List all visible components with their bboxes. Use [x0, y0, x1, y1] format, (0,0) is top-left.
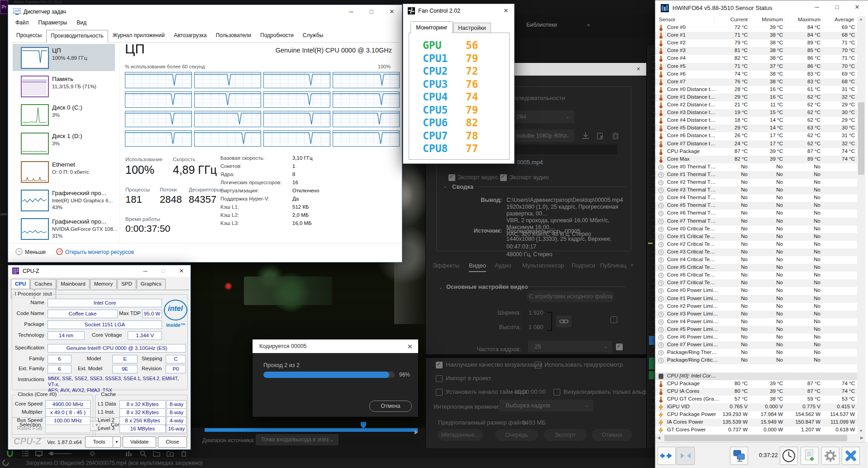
- sensor-row[interactable]: Core #0 Power Limi…NoNoNo: [655, 287, 857, 295]
- col-maximum[interactable]: Maximum: [798, 17, 820, 22]
- cz-tab-mainboard[interactable]: Mainboard: [57, 279, 89, 289]
- sidebar-item-mem[interactable]: Память11,3/15,9 ГБ (71%): [13, 72, 115, 100]
- menu-3[interactable]: Вид: [76, 19, 86, 26]
- col-sensor[interactable]: Sensor: [659, 17, 675, 22]
- open-resource-monitor-link[interactable]: Открыть монитор ресурсов: [65, 249, 134, 255]
- sensor-row[interactable]: Core #5 Critical Te…NoNoNo: [655, 264, 857, 272]
- sensor-row[interactable]: Core #1 Power Limi…NoNoNo: [655, 295, 857, 303]
- tab-4[interactable]: Автозагрузка: [169, 29, 211, 41]
- tab-1[interactable]: Процессы: [12, 29, 46, 41]
- close-icon[interactable]: ✕: [847, 0, 867, 14]
- sensor-row[interactable]: Core #5 Thermal T…NoNoNo: [655, 202, 857, 210]
- sidebar-item-cpu[interactable]: ЦП100% 4,89 ГГц: [13, 44, 115, 71]
- monitor-icon[interactable]: [35, 450, 43, 459]
- width-value[interactable]: 1 920: [529, 309, 544, 316]
- export-tab-6[interactable]: Публикац: [600, 262, 626, 269]
- sensor-row[interactable]: Core #0 Critical Te…NoNoNo: [655, 225, 857, 233]
- collapse-circle-icon[interactable]: [15, 248, 23, 255]
- sidebar-item-disk0[interactable]: Диск 0 (C:)3%: [13, 101, 115, 128]
- sidebar-item-eth[interactable]: EthernetО: 0 П: 0 кбит/с: [13, 158, 115, 185]
- tab-7[interactable]: Службы: [298, 29, 328, 41]
- sensor-row[interactable]: Core #7 Thermal T…NoNoNo: [655, 218, 857, 225]
- sensor-row[interactable]: Core #3 Distance t…19 °C15 °C62 °C30 °C: [655, 109, 857, 117]
- video-settings-chevron-icon[interactable]: ⌄: [439, 284, 443, 290]
- export-tab-1[interactable]: Эффекты: [433, 262, 459, 269]
- diamond-marker-icon[interactable]: [89, 450, 96, 459]
- sensor-row[interactable]: iGPU VID0.765 V0.000 V0.775 V0.415 V: [655, 403, 857, 411]
- export-dialog-button-1[interactable]: Метаданные…: [438, 429, 483, 441]
- export-tab-4[interactable]: Мультиплексор: [522, 262, 564, 269]
- sensor-blank-row[interactable]: [655, 364, 857, 372]
- summary-chevron-icon[interactable]: ⌄: [443, 183, 447, 189]
- col-minimum[interactable]: Minimum: [762, 17, 783, 22]
- tools-button[interactable]: Tools: [85, 436, 113, 448]
- close-icon[interactable]: ✕: [172, 265, 191, 277]
- export-close-icon[interactable]: ×: [636, 65, 640, 72]
- timeline-end-handle[interactable]: [415, 430, 418, 435]
- sensor-row[interactable]: Core #1 Distance t…29 °C16 °C62 °C32 °C: [655, 94, 857, 101]
- tab-6[interactable]: Подробности: [256, 29, 298, 41]
- settings-gear-button[interactable]: [821, 447, 839, 465]
- cancel-button[interactable]: Отмена: [369, 401, 412, 412]
- sensor-row[interactable]: Core #4 Power Limi…NoNoNo: [655, 318, 857, 326]
- tm-titlebar[interactable]: Диспетчер задач ─ □ ✕: [8, 5, 402, 19]
- sensor-row[interactable]: Core #6 Thermal T…NoNoNo: [655, 210, 857, 217]
- horizontal-scrollbar[interactable]: ◀ ▶: [655, 434, 865, 442]
- swap-columns-button[interactable]: [658, 447, 676, 465]
- sensor-row[interactable]: Core Max82 °C39 °C89 °C74 °C: [655, 156, 857, 163]
- maximize-icon[interactable]: □: [154, 265, 172, 277]
- export-audio-checkbox[interactable]: [500, 174, 507, 181]
- sensor-row[interactable]: Package/Ring Critic…NoNoNo: [655, 357, 857, 364]
- cz-tab-graphics[interactable]: Graphics: [137, 279, 166, 289]
- cz-tab-cpu[interactable]: CPU: [11, 279, 30, 289]
- hwinfo-titlebar[interactable]: HWiNFO64 v5.88-3510 Sensor Status ─ □ ✕: [655, 0, 868, 16]
- fc-tab-monitoring[interactable]: Мониторинг: [410, 21, 453, 33]
- trash-icon[interactable]: [180, 450, 187, 459]
- cz-tab-memory[interactable]: Memory: [90, 279, 117, 289]
- col-average[interactable]: Average: [835, 17, 854, 22]
- zoom-slider-icon[interactable]: [47, 450, 72, 459]
- maximize-icon[interactable]: □: [362, 5, 382, 19]
- sensor-row[interactable]: Core #1 Thermal T…NoNoNo: [655, 171, 857, 179]
- sensor-row[interactable]: GT Cores Power0.737 W0.000 W1.207 W0.618…: [655, 426, 857, 434]
- less-details-button[interactable]: Меньше: [25, 249, 46, 255]
- export-tabs-overflow-icon[interactable]: »: [630, 261, 634, 268]
- export-dialog-button-3[interactable]: Экспорт: [544, 429, 587, 441]
- sensor-row[interactable]: Core #4 Critical Te…NoNoNo: [655, 256, 857, 264]
- tools-dropdown-arrow[interactable]: ▼: [113, 436, 121, 448]
- sensor-row[interactable]: CPU Package Power139.293 W17.984 W154.56…: [655, 411, 857, 419]
- framerate-dropdown[interactable]: 25 ⌄: [528, 341, 612, 353]
- mini-timeline-bar[interactable]: [205, 428, 418, 432]
- close-icon[interactable]: ✕: [382, 5, 402, 19]
- sensor-row[interactable]: CPU GT Cores (Gra…57 °C38 °C59 °C53 °C: [655, 396, 857, 403]
- remote-monitoring-button[interactable]: [730, 447, 748, 465]
- sensor-row[interactable]: Core #4 Thermal T…NoNoNo: [655, 194, 857, 202]
- tab-2[interactable]: Производительность: [46, 30, 108, 43]
- tab-3[interactable]: Журнал приложений: [108, 29, 169, 41]
- sensor-row[interactable]: Core #2 Thermal T…NoNoNo: [655, 179, 857, 186]
- tab-libraries[interactable]: Библиотеки: [526, 22, 557, 28]
- output-filename-link[interactable]: 0005.mp4: [517, 159, 543, 166]
- sensor-row[interactable]: Core #7 Distance t…24 °C17 °C62 °C32 °C: [655, 140, 857, 148]
- cz-tab-caches[interactable]: Caches: [30, 279, 56, 289]
- render-quality-checkbox[interactable]: [436, 362, 443, 368]
- interpolation-dropdown[interactable]: Выборка кадров ⌄: [499, 400, 593, 411]
- menu-2[interactable]: Параметры: [38, 19, 67, 26]
- premiere-logo-badge[interactable]: Pr: [0, 0, 8, 14]
- sensor-row[interactable]: Core #1 Critical Te…NoNoNo: [655, 233, 857, 241]
- sensor-row[interactable]: CPU Package87 °C39 °C87 °C74 °C: [655, 148, 857, 156]
- sensor-row[interactable]: Core #571 °C37 °C86 °C70 °C: [655, 63, 857, 71]
- sensor-row[interactable]: Core #6 Critical Te…NoNoNo: [655, 272, 857, 279]
- close-icon[interactable]: ✕: [498, 4, 514, 18]
- snap-magnet-icon[interactable]: [6, 450, 14, 459]
- sensor-row[interactable]: CPU Package80 °C39 °C87 °C74 °C: [655, 380, 857, 388]
- more-tabs-chevron-icon[interactable]: »: [587, 22, 590, 28]
- scroll-left-icon[interactable]: ◀: [657, 435, 660, 440]
- sensor-row[interactable]: Core #6 Distance t…26 °C17 °C62 °C31 °C: [655, 132, 857, 140]
- collapse-button[interactable]: [677, 447, 695, 465]
- alpha-only-checkbox[interactable]: [553, 389, 560, 396]
- sensor-row[interactable]: Core #279 °C38 °C89 °C71 °C: [655, 39, 857, 47]
- distort-checkbox[interactable]: [610, 316, 617, 323]
- timecode-value[interactable]: 00:00:00:00: [515, 388, 546, 395]
- sensor-row[interactable]: Core #482 °C38 °C86 °C71 °C: [655, 55, 857, 62]
